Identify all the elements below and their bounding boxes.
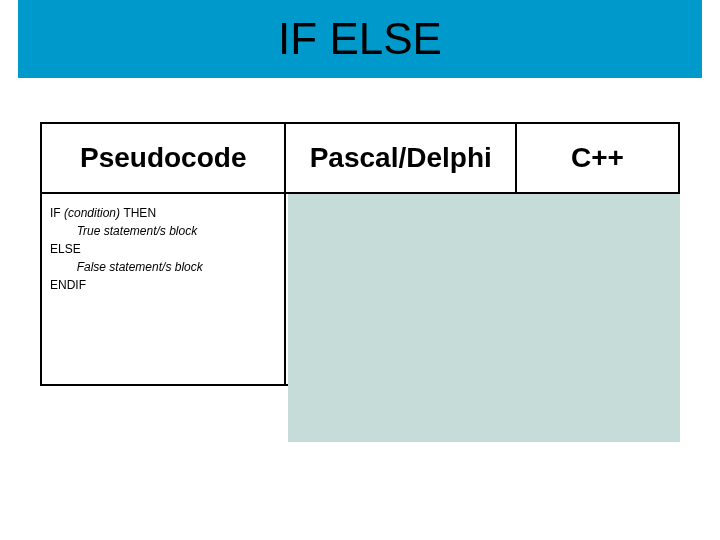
cond-text: (condition) bbox=[64, 206, 123, 220]
kw-if: IF bbox=[50, 206, 64, 220]
pseudo-line-1: IF (condition) THEN bbox=[50, 204, 276, 222]
cell-pseudocode: IF (condition) THEN True statement/s blo… bbox=[42, 194, 286, 384]
header-cpp: C++ bbox=[517, 124, 678, 194]
slide: IF ELSE Pseudocode Pascal/Delphi C++ IF … bbox=[0, 0, 720, 540]
pseudo-line-2: True statement/s block bbox=[50, 222, 276, 240]
slide-title: IF ELSE bbox=[278, 14, 442, 64]
pseudo-line-3: ELSE bbox=[50, 240, 276, 258]
title-band: IF ELSE bbox=[18, 0, 702, 78]
table-header-row: Pseudocode Pascal/Delphi C++ bbox=[42, 124, 678, 194]
kw-then: THEN bbox=[123, 206, 156, 220]
pseudo-line-4: False statement/s block bbox=[50, 258, 276, 276]
overlay-cover-block bbox=[288, 194, 680, 442]
header-pascal-delphi: Pascal/Delphi bbox=[286, 124, 517, 194]
pseudo-line-5: ENDIF bbox=[50, 276, 276, 294]
header-pseudocode: Pseudocode bbox=[42, 124, 286, 194]
